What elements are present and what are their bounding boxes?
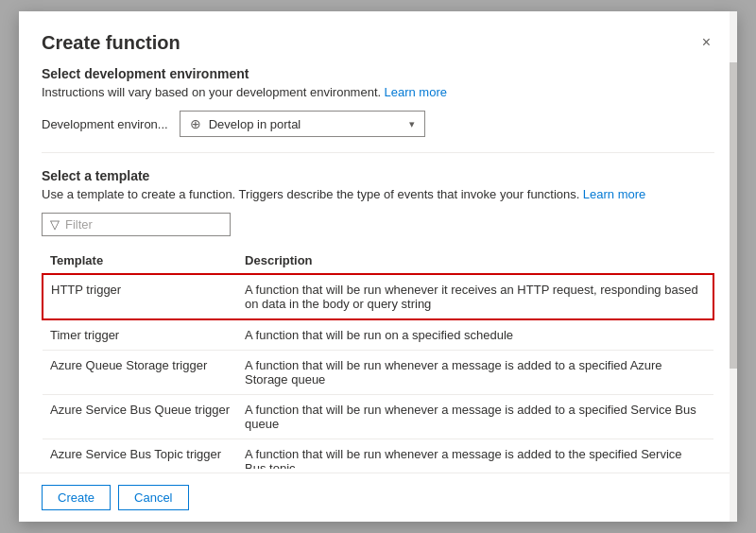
description-cell: A function that will be run whenever it …	[237, 274, 713, 319]
learn-more-link-1[interactable]: Learn more	[384, 85, 446, 99]
dropdown-value: Develop in portal	[209, 117, 301, 131]
section-divider	[42, 152, 714, 153]
template-cell: Azure Queue Storage trigger	[43, 351, 237, 395]
section2-description: Use a template to create a function. Tri…	[42, 187, 714, 201]
dev-environment-label: Development environ...	[42, 117, 168, 131]
table-body: HTTP triggerA function that will be run …	[43, 274, 713, 469]
filter-container: ▽	[42, 213, 231, 236]
template-cell: Azure Service Bus Topic trigger	[43, 439, 237, 470]
description-cell: A function that will be run on a specifi…	[237, 319, 713, 351]
table-row[interactable]: Azure Queue Storage triggerA function th…	[43, 351, 713, 395]
description-cell: A function that will be run whenever a m…	[237, 439, 713, 470]
close-button[interactable]: ×	[698, 30, 714, 55]
description-cell: A function that will be run whenever a m…	[237, 395, 713, 439]
globe-icon: ⊕	[190, 116, 201, 131]
table-row[interactable]: Azure Service Bus Queue triggerA functio…	[43, 395, 713, 439]
learn-more-link-2[interactable]: Learn more	[583, 187, 645, 201]
dialog-header: Create function ×	[19, 11, 737, 66]
create-function-dialog: Create function × Select development env…	[19, 11, 737, 522]
table-row[interactable]: Timer triggerA function that will be run…	[43, 319, 713, 351]
dropdown-inner: ⊕ Develop in portal	[190, 116, 301, 131]
template-cell: Azure Service Bus Queue trigger	[43, 395, 237, 439]
dialog-body: Select development environment Instructi…	[19, 66, 737, 469]
table-header: Template Description	[43, 248, 713, 274]
description-cell: A function that will be run whenever a m…	[237, 351, 713, 395]
scrollbar-thumb[interactable]	[730, 62, 737, 369]
filter-icon: ▽	[50, 217, 60, 232]
scrollbar-track[interactable]	[730, 11, 737, 522]
template-cell: HTTP trigger	[43, 274, 237, 319]
template-column-header: Template	[43, 248, 237, 274]
template-table: Template Description HTTP triggerA funct…	[42, 248, 714, 469]
dialog-title: Create function	[42, 32, 180, 54]
section2-title: Select a template	[42, 168, 714, 183]
dialog-footer: Create Cancel	[19, 473, 737, 522]
table-row[interactable]: HTTP triggerA function that will be run …	[43, 274, 713, 319]
create-button[interactable]: Create	[42, 485, 111, 510]
development-environment-section: Select development environment Instructi…	[42, 66, 714, 137]
dropdown-arrow-icon: ▾	[409, 118, 415, 130]
template-cell: Timer trigger	[43, 319, 237, 351]
section1-description: Instructions will vary based on your dev…	[42, 85, 714, 99]
development-environment-row: Development environ... ⊕ Develop in port…	[42, 111, 714, 137]
cancel-button[interactable]: Cancel	[118, 485, 188, 510]
table-row[interactable]: Azure Service Bus Topic triggerA functio…	[43, 439, 713, 470]
filter-input[interactable]	[65, 217, 222, 232]
section1-title: Select development environment	[42, 66, 714, 81]
description-column-header: Description	[237, 248, 713, 274]
select-template-section: Select a template Use a template to crea…	[42, 168, 714, 469]
dev-environment-dropdown[interactable]: ⊕ Develop in portal ▾	[180, 111, 425, 137]
